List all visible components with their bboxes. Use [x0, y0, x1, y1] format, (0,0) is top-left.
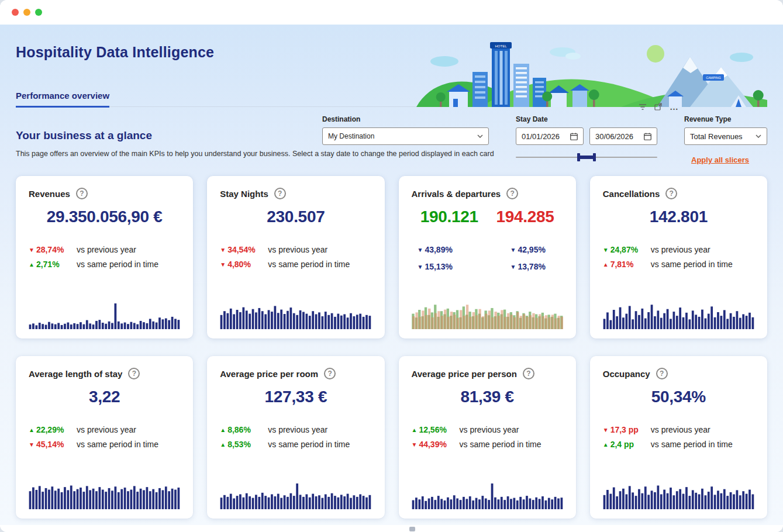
down-arrow-icon: ▼ [510, 247, 516, 253]
stay-date-filter-group: Stay Date 01/01/2026 30/ [516, 115, 657, 164]
chevron-down-icon [756, 134, 761, 138]
sparkline-chart [220, 482, 371, 509]
apply-all-slicers-link[interactable]: Apply all slicers [691, 156, 767, 164]
delta-row: ▲22,29%vs previous year [29, 425, 180, 434]
delta-label: vs same period in time [77, 260, 158, 269]
card-deltas: ▲22,29%vs previous year▼45,14%vs same pe… [29, 425, 180, 449]
stay-date-end-input[interactable]: 30/06/2026 [589, 127, 657, 145]
revenue-type-dropdown[interactable]: Total Revenues [684, 127, 767, 145]
date-range-slider[interactable] [516, 153, 657, 162]
slider-handle-right[interactable] [593, 153, 596, 161]
card-header: Revenues ? [29, 188, 180, 199]
delta-label: vs same period in time [651, 440, 733, 449]
down-arrow-icon: ▼ [603, 247, 609, 253]
kpi-cards-grid: Revenues ? 29.350.056,90 € ▼28,74%vs pre… [16, 176, 767, 519]
window-zoom-button[interactable] [35, 9, 42, 16]
delta-label: vs same period in time [77, 440, 158, 449]
kpi-card-stay-nights: Stay Nights ? 230.507 ▼34,54%vs previous… [207, 176, 384, 338]
delta-label: vs previous year [651, 245, 710, 254]
calendar-icon[interactable] [570, 133, 578, 140]
delta-value: ▲12,56% [412, 425, 456, 434]
card-title: Occupancy [603, 369, 650, 379]
card-values: 142.801 [603, 208, 754, 226]
delta-value: ▲2,4 pp [603, 440, 647, 449]
revenue-type-label: Revenue Type [684, 115, 767, 123]
slider-range[interactable] [579, 156, 594, 159]
up-arrow-icon: ▲ [603, 441, 609, 448]
delta-value: ▲8,86% [220, 425, 264, 434]
kpi-card-revenues: Revenues ? 29.350.056,90 € ▼28,74%vs pre… [16, 176, 193, 338]
help-icon[interactable]: ? [128, 368, 140, 379]
card-header: Average length of stay ? [29, 368, 180, 379]
dashboard-content: Hospitality Data Intelligence CAMPING [0, 25, 783, 525]
cityscape-illustration: CAMPING HOTEL [416, 38, 767, 107]
card-values: 81,39 € [412, 388, 563, 406]
card-title: Stay Nights [220, 189, 268, 199]
window-close-button[interactable] [12, 9, 19, 16]
delta-label: vs previous year [460, 425, 519, 434]
card-deltas: ▼24,87%vs previous year▲7,81%vs same per… [603, 245, 754, 269]
help-icon[interactable]: ? [324, 368, 336, 379]
delta-row: ▼24,87%vs previous year [603, 245, 754, 254]
kpi-card-average-length-of-stay: Average length of stay ? 3,22 ▲22,29%vs … [16, 356, 193, 519]
more-options-icon[interactable]: … [670, 104, 678, 110]
delta-label: vs previous year [77, 245, 136, 254]
delta-value: ▼34,54% [220, 245, 264, 254]
kpi-card-arrivals-departures: Arrivals & departures ? 190.121194.285 ▼… [399, 176, 576, 338]
kpi-value: 230.507 [267, 208, 325, 226]
delta-label: vs previous year [651, 425, 710, 434]
delta-value: ▼4,80% [220, 260, 264, 269]
revenue-type-filter-group: Revenue Type Total Revenues Apply all sl… [684, 115, 767, 164]
card-header: Occupancy ? [603, 368, 754, 379]
destination-dropdown[interactable]: My Destination [322, 127, 489, 145]
window-minimize-button[interactable] [23, 9, 30, 16]
tab-performance-overview[interactable]: Performance overview [16, 91, 109, 108]
delta-value: ▼13,78% [510, 262, 563, 271]
kpi-value: 29.350.056,90 € [47, 208, 163, 226]
kpi-card-average-price-per-person: Average price per person ? 81,39 € ▲12,5… [399, 356, 576, 519]
filter-icon[interactable] [639, 103, 647, 110]
window-titlebar [0, 0, 783, 25]
help-icon[interactable]: ? [523, 368, 534, 379]
delta-row: ▲12,56%vs previous year [412, 425, 563, 434]
up-arrow-icon: ▲ [29, 427, 35, 433]
down-arrow-icon: ▼ [412, 441, 418, 448]
calendar-icon[interactable] [644, 133, 651, 140]
help-icon[interactable]: ? [506, 188, 518, 199]
kpi-value: 127,33 € [265, 388, 327, 406]
down-arrow-icon: ▼ [29, 441, 35, 448]
destination-value: My Destination [328, 132, 374, 140]
card-deltas: ▲12,56%vs previous year▼44,39%vs same pe… [412, 425, 563, 449]
kpi-value: 3,22 [89, 388, 120, 406]
card-title: Arrivals & departures [412, 189, 501, 199]
help-icon[interactable]: ? [665, 188, 677, 199]
down-arrow-icon: ▼ [220, 247, 226, 253]
sparkline-chart [603, 302, 754, 329]
help-icon[interactable]: ? [274, 188, 286, 199]
help-icon[interactable]: ? [76, 188, 88, 199]
kpi-card-average-price-per-room: Average price per room ? 127,33 € ▲8,86%… [207, 356, 384, 519]
stay-date-start-input[interactable]: 01/01/2026 [516, 127, 584, 145]
footer-page-icon [409, 527, 415, 531]
sparkline-chart [29, 482, 180, 509]
slider-handle-left[interactable] [577, 153, 580, 161]
dashboard-header: Hospitality Data Intelligence CAMPING [16, 25, 767, 107]
focus-mode-icon[interactable] [654, 103, 662, 110]
card-deltas: ▼28,74%vs previous year▲2,71%vs same per… [29, 245, 180, 269]
section-title: Your business at a glance [16, 129, 322, 142]
card-values: 127,33 € [220, 388, 371, 406]
help-icon[interactable]: ? [656, 368, 668, 379]
delta-value: ▲22,29% [29, 425, 73, 434]
sparkline-chart [412, 482, 563, 509]
card-title: Average price per person [412, 369, 517, 379]
delta-label: vs previous year [268, 425, 327, 434]
card-values: 230.507 [220, 208, 371, 226]
page-title: Hospitality Data Intelligence [16, 44, 214, 61]
delta-value: ▼15,13% [418, 262, 505, 271]
card-title: Cancellations [603, 189, 660, 199]
stay-date-label: Stay Date [516, 115, 657, 123]
sparkline-chart [603, 482, 754, 509]
card-deltas: ▲8,86%vs previous year▲8,53%vs same peri… [220, 425, 371, 449]
delta-row: ▲8,86%vs previous year [220, 425, 371, 434]
delta-value: ▼17,3 pp [603, 425, 647, 434]
